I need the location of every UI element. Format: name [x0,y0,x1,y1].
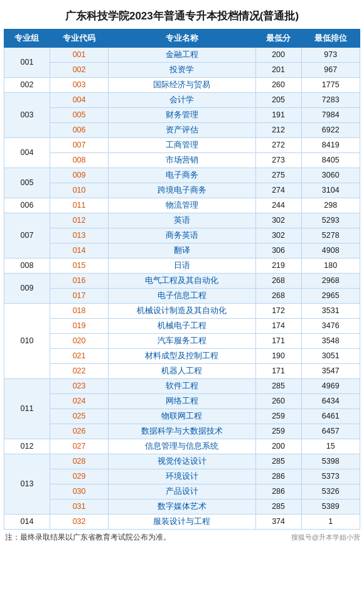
table-row: 012027信息管理与信息系统20015 [4,439,360,454]
table-row: 019机械电子工程1743476 [4,318,360,333]
table-row: 007012英语3025293 [4,213,360,228]
rank-cell: 3104 [301,183,360,198]
code-cell: 032 [50,514,108,529]
table-header-row: 专业组 专业代码 专业名称 最低分 最低排位 [4,29,360,47]
table-row: 013028视觉传达设计2855398 [4,454,360,469]
rank-cell: 3051 [301,348,360,363]
name-cell: 财务管理 [109,107,255,122]
table-row: 025物联网工程2596461 [4,408,360,424]
rank-cell: 298 [301,198,360,213]
name-cell: 翻译 [109,243,255,258]
name-cell: 商务英语 [109,228,255,243]
score-cell: 259 [255,408,301,424]
group-cell: 002 [4,77,50,92]
name-cell: 产品设计 [109,484,255,499]
page-title: 广东科技学院2023年普通专升本投档情况(普通批) [4,5,360,29]
group-cell: 009 [4,273,50,303]
name-cell: 汽车服务工程 [109,333,255,348]
code-cell: 011 [50,198,108,213]
code-cell: 001 [50,47,108,62]
code-cell: 013 [50,228,108,243]
name-cell: 投资学 [109,62,255,77]
name-cell: 视觉传达设计 [109,454,255,469]
score-cell: 286 [255,469,301,484]
table-row: 029环境设计2865373 [4,469,360,484]
name-cell: 物流管理 [109,198,255,213]
code-cell: 020 [50,333,108,348]
table-row: 006资产评估2126922 [4,122,360,137]
name-cell: 网络工程 [109,393,255,408]
group-cell: 008 [4,258,50,273]
code-cell: 006 [50,122,108,137]
code-cell: 012 [50,213,108,228]
group-cell: 007 [4,213,50,258]
name-cell: 环境设计 [109,469,255,484]
score-cell: 212 [255,122,301,137]
code-cell: 019 [50,318,108,333]
code-cell: 026 [50,424,108,439]
code-cell: 015 [50,258,108,273]
table-row: 010018机械设计制造及其自动化1723531 [4,303,360,318]
code-cell: 027 [50,439,108,454]
score-cell: 244 [255,198,301,213]
table-row: 008市场营销2738405 [4,152,360,168]
score-cell: 171 [255,363,301,378]
col-header-rank: 最低排位 [301,29,360,47]
group-cell: 006 [4,198,50,213]
group-cell: 004 [4,137,50,168]
code-cell: 009 [50,168,108,183]
col-header-group: 专业组 [4,29,50,47]
name-cell: 机器人工程 [109,363,255,378]
footer-watermark: 搜狐号@升本学姐小营 [291,533,360,542]
score-cell: 273 [255,152,301,168]
name-cell: 工商管理 [109,137,255,152]
group-cell: 005 [4,168,50,198]
code-cell: 028 [50,454,108,469]
name-cell: 日语 [109,258,255,273]
rank-cell: 3547 [301,363,360,378]
code-cell: 025 [50,408,108,424]
group-cell: 003 [4,92,50,137]
code-cell: 017 [50,288,108,303]
rank-cell: 6457 [301,424,360,439]
table-row: 005财务管理1917984 [4,107,360,122]
table-row: 005009电子商务2753060 [4,168,360,183]
name-cell: 资产评估 [109,122,255,137]
name-cell: 跨境电子商务 [109,183,255,198]
table-row: 001001金融工程200973 [4,47,360,62]
score-cell: 190 [255,348,301,363]
score-cell: 171 [255,333,301,348]
table-row: 003004会计学2057283 [4,92,360,107]
table-row: 013商务英语3025278 [4,228,360,243]
table-row: 008015日语219180 [4,258,360,273]
table-row: 026数据科学与大数据技术2596457 [4,424,360,439]
rank-cell: 5293 [301,213,360,228]
code-cell: 023 [50,378,108,393]
score-cell: 260 [255,77,301,92]
table-row: 010跨境电子商务2743104 [4,183,360,198]
name-cell: 软件工程 [109,378,255,393]
table-row: 002投资学201967 [4,62,360,77]
code-cell: 029 [50,469,108,484]
name-cell: 服装设计与工程 [109,514,255,529]
score-cell: 201 [255,62,301,77]
score-cell: 200 [255,47,301,62]
code-cell: 007 [50,137,108,152]
group-cell: 010 [4,303,50,378]
rank-cell: 180 [301,258,360,273]
name-cell: 会计学 [109,92,255,107]
code-cell: 030 [50,484,108,499]
score-cell: 268 [255,288,301,303]
score-cell: 200 [255,439,301,454]
group-cell: 013 [4,454,50,514]
name-cell: 英语 [109,213,255,228]
table-row: 006011物流管理244298 [4,198,360,213]
rank-cell: 6922 [301,122,360,137]
score-cell: 285 [255,499,301,514]
table-row: 014翻译3064908 [4,243,360,258]
table-row: 022机器人工程1713547 [4,363,360,378]
table-row: 031数字媒体艺术2855389 [4,499,360,514]
code-cell: 005 [50,107,108,122]
table-row: 020汽车服务工程1713548 [4,333,360,348]
col-header-score: 最低分 [255,29,301,47]
